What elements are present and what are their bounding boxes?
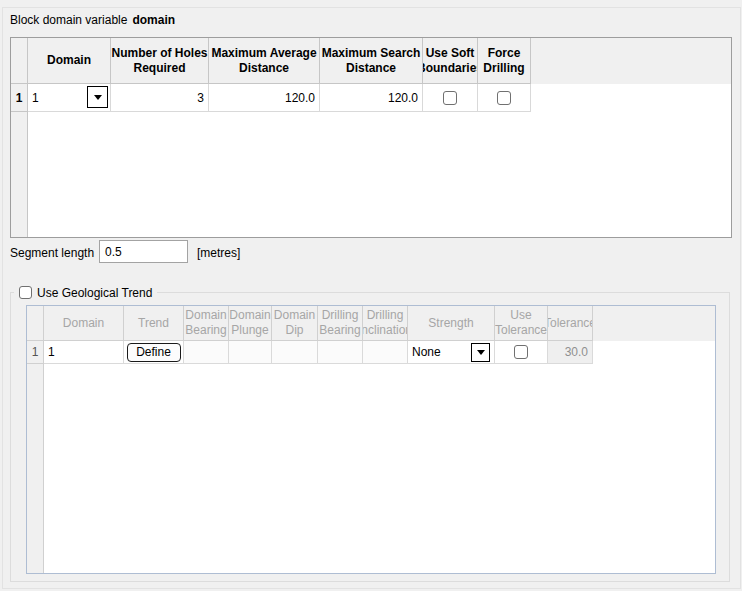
max-search-distance-cell[interactable]: 120.0 — [320, 84, 423, 112]
strength-dropdown-button[interactable] — [471, 343, 490, 362]
block-domain-variable-label: Block domain variabledomain — [10, 13, 175, 29]
use-soft-boundaries-cell — [423, 84, 478, 112]
col-header-holes-required: Number of Holes Required — [111, 38, 209, 84]
force-drilling-cell — [478, 84, 531, 112]
use-geological-trend-title: Use Geological Trend — [14, 285, 157, 300]
chevron-down-icon — [477, 350, 485, 355]
domain-table-corner-cell — [11, 38, 28, 84]
strength-cell[interactable]: None — [408, 341, 495, 364]
max-average-distance-cell[interactable]: 120.0 — [209, 84, 320, 112]
domain-dropdown-button[interactable] — [87, 86, 108, 108]
use-soft-boundaries-checkbox[interactable] — [443, 91, 457, 105]
col-header-use-tolerance: Use Tolerance — [495, 306, 548, 341]
use-tolerance-cell — [495, 341, 548, 364]
segment-length-input[interactable]: 0.5 — [99, 240, 188, 263]
trend-domain-cell[interactable]: 1 — [44, 341, 124, 364]
trend-row-1-header: 1 — [27, 341, 44, 364]
drilling-bearing-cell — [318, 341, 363, 364]
col-header-use-soft-boundaries: Use Soft Boundaries — [423, 38, 478, 84]
block-model-domain-panel: Block domain variabledomain Domain Numbe… — [0, 0, 742, 591]
col-header-domain-dip: Domain Dip — [272, 306, 318, 341]
col-header-tolerance: Tolerance — [548, 306, 593, 341]
segment-length-unit: [metres] — [197, 246, 240, 260]
trend-cell: Define — [124, 341, 184, 364]
col-header-drilling-inclination: Drilling Inclination — [363, 306, 408, 341]
col-header-domain-plunge: Domain Plunge — [229, 306, 272, 341]
segment-length-value: 0.5 — [105, 245, 122, 259]
define-trend-button[interactable]: Define — [127, 343, 181, 362]
trend-table-corner-cell — [27, 306, 44, 341]
tolerance-cell[interactable]: 30.0 — [548, 341, 593, 364]
domain-variable-name: domain — [132, 13, 175, 27]
force-drilling-checkbox[interactable] — [497, 91, 511, 105]
domain-settings-table: Domain Number of Holes Required Maximum … — [10, 37, 732, 238]
col-header-drilling-bearing: Drilling Bearing — [318, 306, 363, 341]
col-header-trend: Trend — [124, 306, 184, 341]
row-1-header: 1 — [11, 84, 28, 112]
use-geological-trend-checkbox[interactable] — [19, 286, 32, 299]
domain-cell[interactable]: 1 — [28, 84, 111, 112]
col-header-domain: Domain — [28, 38, 111, 84]
col-header-force-drilling: Force Drilling — [478, 38, 531, 84]
col-header-max-average-distance: Maximum Average Distance — [209, 38, 320, 84]
col-header-domain-bearing: Domain Bearing — [184, 306, 229, 341]
col-header-strength: Strength — [408, 306, 495, 341]
geological-trend-table: Domain Trend Domain Bearing Domain Plung… — [26, 305, 716, 574]
col-header-trend-domain: Domain — [44, 306, 124, 341]
drilling-inclination-cell — [363, 341, 408, 364]
strength-value: None — [412, 345, 441, 359]
trend-row-header-strip — [27, 341, 44, 573]
domain-dip-cell — [272, 341, 318, 364]
segment-length-label: Segment length — [10, 246, 94, 260]
domain-value: 1 — [32, 91, 39, 105]
holes-required-cell[interactable]: 3 — [111, 84, 209, 112]
use-geological-trend-label: Use Geological Trend — [37, 286, 152, 300]
domain-plunge-cell — [229, 341, 272, 364]
col-header-max-search-distance: Maximum Search Distance — [320, 38, 423, 84]
domain-bearing-cell — [184, 341, 229, 364]
chevron-down-icon — [94, 95, 102, 100]
use-tolerance-checkbox[interactable] — [514, 345, 528, 359]
block-domain-variable-caption: Block domain variable — [10, 13, 127, 27]
